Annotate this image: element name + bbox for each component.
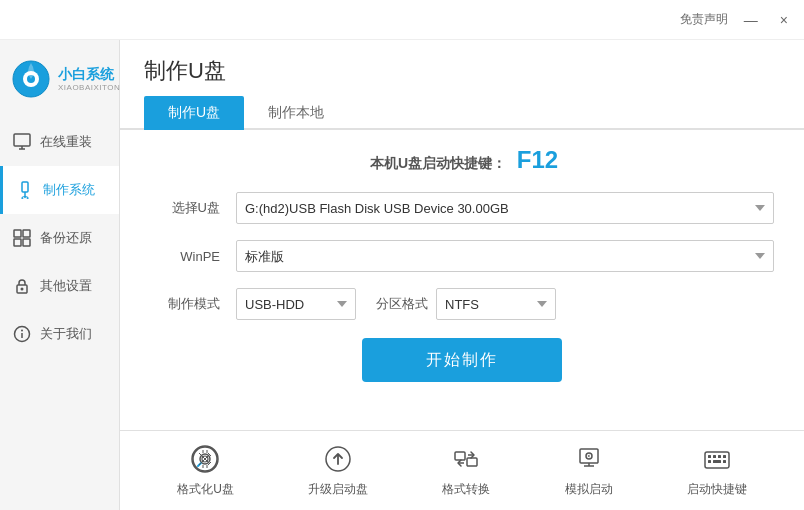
svg-rect-35 (708, 460, 711, 463)
sidebar-label-backup-restore: 备份还原 (40, 229, 92, 247)
svg-rect-23 (467, 458, 477, 466)
app-container: 小白系统 XIAOBAIXITONG.COM 在线重装 (0, 40, 804, 510)
logo-area: 小白系统 XIAOBAIXITONG.COM (0, 50, 119, 118)
content-header: 制作U盘 (120, 40, 804, 86)
svg-rect-9 (14, 230, 21, 237)
partition-label: 分区格式 (376, 295, 428, 313)
titlebar: 免责声明 — × (0, 0, 804, 40)
svg-rect-3 (14, 134, 30, 146)
upload-icon (322, 443, 354, 475)
svg-rect-31 (708, 455, 711, 458)
content-area: 制作U盘 制作U盘 制作本地 本机U盘启动快捷键： F12 选择U盘 G:(hd… (120, 40, 804, 510)
toolbar-label-format-usb: 格式化U盘 (177, 481, 234, 498)
sidebar-label-online-reinstall: 在线重装 (40, 133, 92, 151)
winpe-select-row: WinPE 标准版 (150, 240, 774, 272)
sidebar-label-about: 关于我们 (40, 325, 92, 343)
logo-icon (12, 60, 50, 98)
toolbar-label-upgrade-boot: 升级启动盘 (308, 481, 368, 498)
winpe-select[interactable]: 标准版 (236, 240, 774, 272)
toolbar-upgrade-boot[interactable]: 升级启动盘 (308, 443, 368, 498)
svg-rect-36 (713, 460, 721, 463)
lock-icon (12, 276, 32, 296)
usb-label: 选择U盘 (150, 199, 220, 217)
toolbar-label-format-convert: 格式转换 (442, 481, 490, 498)
sidebar-item-backup-restore[interactable]: 备份还原 (0, 214, 119, 262)
tab-make-local[interactable]: 制作本地 (244, 96, 348, 130)
winpe-label: WinPE (150, 249, 220, 264)
svg-rect-32 (713, 455, 716, 458)
tab-make-usb[interactable]: 制作U盘 (144, 96, 244, 130)
hotkey-hint: 本机U盘启动快捷键： F12 (150, 146, 774, 174)
close-button[interactable]: × (774, 10, 794, 30)
backup-icon (12, 228, 32, 248)
svg-rect-33 (718, 455, 721, 458)
svg-rect-10 (23, 230, 30, 237)
svg-rect-11 (14, 239, 21, 246)
sidebar-item-other-settings[interactable]: 其他设置 (0, 262, 119, 310)
svg-rect-22 (455, 452, 465, 460)
sidebar-label-make-system: 制作系统 (43, 181, 95, 199)
sidebar-label-other-settings: 其他设置 (40, 277, 92, 295)
minimize-button[interactable]: — (738, 10, 764, 30)
sidebar-item-make-system[interactable]: 制作系统 (0, 166, 119, 214)
usb-select[interactable]: G:(hd2)USB Flash Disk USB Device 30.00GB (236, 192, 774, 224)
start-button[interactable]: 开始制作 (362, 338, 562, 382)
keyboard-icon (701, 443, 733, 475)
disclaimer-link[interactable]: 免责声明 (680, 11, 728, 28)
mode-label: 制作模式 (150, 295, 220, 313)
svg-rect-37 (723, 460, 726, 463)
svg-point-14 (21, 288, 24, 291)
svg-rect-34 (723, 455, 726, 458)
hotkey-value: F12 (510, 146, 558, 173)
toolbar-boot-shortcut[interactable]: 启动快捷键 (687, 443, 747, 498)
tabs-container: 制作U盘 制作本地 (120, 96, 804, 130)
sidebar-item-about[interactable]: 关于我们 (0, 310, 119, 358)
toolbar-format-usb[interactable]: 格式化U盘 (177, 443, 234, 498)
svg-rect-6 (22, 182, 28, 192)
mode-select[interactable]: USB-HDD (236, 288, 356, 320)
bottom-toolbar: 格式化U盘 升级启动盘 (120, 430, 804, 510)
partition-select[interactable]: NTFS (436, 288, 556, 320)
usb-select-row: 选择U盘 G:(hd2)USB Flash Disk USB Device 30… (150, 192, 774, 224)
svg-rect-12 (23, 239, 30, 246)
page-title: 制作U盘 (144, 56, 226, 86)
mode-partition-row: 制作模式 USB-HDD 分区格式 NTFS (150, 288, 774, 320)
convert-icon (450, 443, 482, 475)
hotkey-prefix: 本机U盘启动快捷键： (370, 155, 506, 171)
info-icon (12, 324, 32, 344)
titlebar-controls: 免责声明 — × (680, 10, 794, 30)
toolbar-format-convert[interactable]: 格式转换 (442, 443, 490, 498)
toolbar-simulate-boot[interactable]: 模拟启动 (565, 443, 613, 498)
form-area: 本机U盘启动快捷键： F12 选择U盘 G:(hd2)USB Flash Dis… (120, 130, 804, 430)
simulate-icon (573, 443, 605, 475)
sidebar-item-online-reinstall[interactable]: 在线重装 (0, 118, 119, 166)
svg-point-17 (21, 330, 23, 332)
monitor-icon (12, 132, 32, 152)
toolbar-label-boot-shortcut: 启动快捷键 (687, 481, 747, 498)
format-icon (189, 443, 221, 475)
sidebar: 小白系统 XIAOBAIXITONG.COM 在线重装 (0, 40, 120, 510)
usb-icon (15, 180, 35, 200)
toolbar-label-simulate-boot: 模拟启动 (565, 481, 613, 498)
